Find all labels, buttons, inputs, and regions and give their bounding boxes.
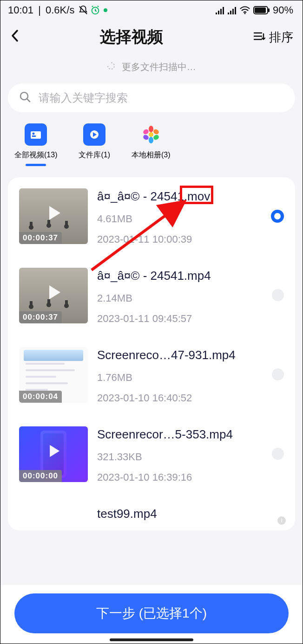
video-thumbnail: 00:00:00 <box>19 426 88 482</box>
video-filesize: 4.61MB <box>97 213 284 225</box>
video-thumbnail: 00:00:37 <box>19 188 88 244</box>
nav-bar: 选择视频 排序 <box>0 18 303 52</box>
signal-2-icon <box>227 6 237 14</box>
video-row[interactable]: 00:00:37 â¤_â¤© - 24541.mp4 2.14MB 2023-… <box>8 257 295 336</box>
video-folder-icon <box>25 123 47 146</box>
tab-local-album[interactable]: 本地相册(3) <box>132 123 171 166</box>
svg-point-14 <box>152 134 159 141</box>
svg-rect-23 <box>65 221 68 225</box>
svg-rect-29 <box>65 300 68 305</box>
battery-text: 90% <box>273 4 293 16</box>
bell-off-icon <box>78 5 88 15</box>
tab-file-library[interactable]: 文件库(1) <box>79 123 110 166</box>
status-right: 90% <box>215 4 293 16</box>
sort-label: 排序 <box>269 29 293 45</box>
video-info: Screenreco…47-931.mp4 1.76MB 2023-01-10 … <box>88 347 284 404</box>
tab-all-videos[interactable]: 全部视频(13) <box>14 123 57 166</box>
video-timestamp: 2023-01-11 10:00:39 <box>97 233 284 245</box>
scanning-indicator: 更多文件扫描中… <box>0 52 303 84</box>
video-filesize: 321.33KB <box>97 451 284 463</box>
svg-point-15 <box>149 137 153 143</box>
video-filesize: 2.14MB <box>97 292 284 304</box>
svg-point-16 <box>142 134 149 141</box>
annotation-highlight-box <box>180 186 213 204</box>
video-timestamp: 2023-01-11 09:45:57 <box>97 313 284 325</box>
video-filesize: 1.76MB <box>97 372 284 384</box>
svg-point-9 <box>33 133 35 135</box>
gallery-icon <box>140 123 162 146</box>
info-icon[interactable]: i <box>277 516 286 525</box>
status-bar: 10:01 | 0.6K/s 90% <box>0 0 303 18</box>
video-row[interactable]: 00:00:04 Screenreco…47-931.mp4 1.76MB 20… <box>8 336 295 415</box>
video-row[interactable]: 00:00:00 Screenrecor…5-353.mp4 321.33KB … <box>8 415 295 495</box>
video-info: test99.mp4 <box>88 506 284 524</box>
search-input[interactable] <box>39 91 284 104</box>
video-duration: 00:00:37 <box>19 232 62 244</box>
tab-label: 本地相册(3) <box>132 150 171 160</box>
battery-icon <box>253 6 270 14</box>
svg-point-13 <box>152 129 159 135</box>
video-thumbnail: 00:00:04 <box>19 347 88 403</box>
video-timestamp: 2023-01-10 16:39:16 <box>97 471 284 483</box>
video-filename: Screenrecor…5-353.mp4 <box>97 427 284 442</box>
svg-rect-19 <box>30 222 33 226</box>
search-icon <box>19 91 31 105</box>
tab-indicator <box>26 164 46 166</box>
sort-icon <box>253 30 265 45</box>
search-container[interactable] <box>8 84 295 112</box>
play-icon <box>44 442 63 462</box>
svg-point-12 <box>149 126 153 132</box>
sort-button[interactable]: 排序 <box>253 29 293 45</box>
video-duration: 00:00:00 <box>19 470 62 482</box>
library-icon <box>83 123 105 146</box>
bottom-bar: 下一步 (已选择1个) <box>0 585 303 644</box>
next-step-button[interactable]: 下一步 (已选择1个) <box>14 593 289 633</box>
svg-rect-8 <box>32 135 36 137</box>
svg-rect-5 <box>268 8 270 12</box>
select-radio[interactable] <box>271 210 284 223</box>
video-row[interactable]: 00:00:37 â¤_â¤© - 24541.mov 4.61MB 2023-… <box>8 177 295 257</box>
tab-label: 文件库(1) <box>79 150 110 160</box>
svg-rect-25 <box>30 301 33 306</box>
status-left: 10:01 | 0.6K/s <box>8 4 108 16</box>
play-icon <box>43 202 64 225</box>
select-radio[interactable] <box>272 368 284 380</box>
spinner-icon <box>107 62 115 72</box>
network-speed: 0.6K/s <box>46 4 74 16</box>
alarm-icon <box>90 5 100 15</box>
clock-text: 10:01 <box>8 4 33 16</box>
dot-icon <box>103 8 108 13</box>
scanning-text: 更多文件扫描中… <box>122 62 196 72</box>
video-filename: Screenreco…47-931.mp4 <box>97 348 284 362</box>
svg-point-17 <box>142 129 149 135</box>
video-filename: â¤_â¤© - 24541.mp4 <box>97 269 284 283</box>
play-icon <box>43 282 64 305</box>
svg-point-11 <box>149 132 153 137</box>
signal-1-icon <box>215 6 224 14</box>
tab-label: 全部视频(13) <box>14 150 57 160</box>
video-info: Screenrecor…5-353.mp4 321.33KB 2023-01-1… <box>88 426 284 483</box>
svg-rect-7 <box>31 131 41 139</box>
video-timestamp: 2023-01-10 16:40:52 <box>97 392 284 404</box>
select-radio[interactable] <box>272 289 284 301</box>
select-radio[interactable] <box>272 448 284 460</box>
category-tabs: 全部视频(13) 文件库(1) 本地相册(3) <box>0 123 303 177</box>
video-info: â¤_â¤© - 24541.mp4 2.14MB 2023-01-11 09:… <box>88 268 284 325</box>
wifi-icon <box>239 6 250 14</box>
video-list: 00:00:37 â¤_â¤© - 24541.mov 4.61MB 2023-… <box>8 177 295 530</box>
svg-rect-4 <box>255 7 266 13</box>
page-title: 选择视频 <box>10 26 253 48</box>
video-duration: 00:00:37 <box>19 311 62 323</box>
video-row[interactable]: test99.mp4 <box>8 495 295 526</box>
video-filename: test99.mp4 <box>97 507 284 521</box>
svg-point-2 <box>244 13 245 14</box>
svg-point-1 <box>104 8 107 12</box>
video-duration: 00:00:04 <box>19 391 62 403</box>
video-thumbnail: 00:00:37 <box>19 268 88 323</box>
home-indicator[interactable] <box>110 638 193 641</box>
